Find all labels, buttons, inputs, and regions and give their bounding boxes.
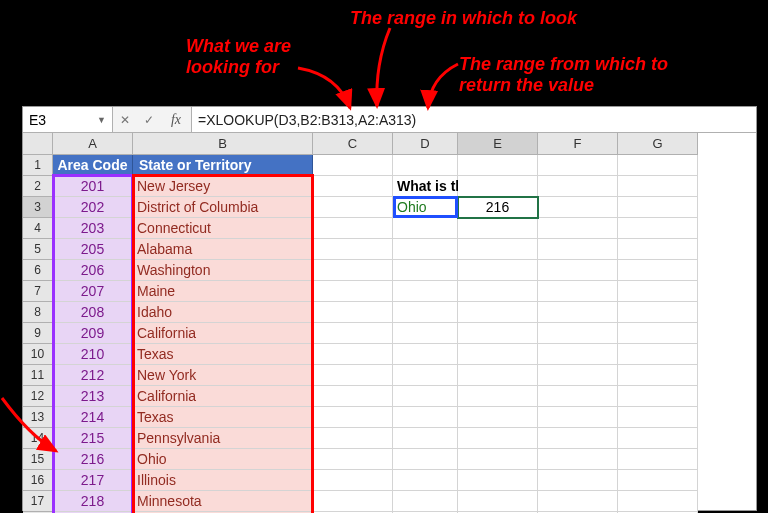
cell-F10[interactable]: [538, 344, 618, 365]
cell-B10[interactable]: Texas: [133, 344, 313, 365]
cell-G6[interactable]: [618, 260, 698, 281]
cell-D5[interactable]: [393, 239, 458, 260]
cell-G16[interactable]: [618, 470, 698, 491]
cell-E5[interactable]: [458, 239, 538, 260]
cell-A13[interactable]: 214: [53, 407, 133, 428]
cell-E13[interactable]: [458, 407, 538, 428]
cell-E17[interactable]: [458, 491, 538, 512]
cell-C17[interactable]: [313, 491, 393, 512]
cell-D10[interactable]: [393, 344, 458, 365]
cell-A3[interactable]: 202: [53, 197, 133, 218]
cell-A4[interactable]: 203: [53, 218, 133, 239]
cell-B16[interactable]: Illinois: [133, 470, 313, 491]
cell-F4[interactable]: [538, 218, 618, 239]
cell-D12[interactable]: [393, 386, 458, 407]
cell-B7[interactable]: Maine: [133, 281, 313, 302]
cell-B17[interactable]: Minnesota: [133, 491, 313, 512]
cell-C2[interactable]: [313, 176, 393, 197]
cell-F5[interactable]: [538, 239, 618, 260]
cell-A1[interactable]: Area Code: [53, 155, 133, 176]
cell-A7[interactable]: 207: [53, 281, 133, 302]
cell-C14[interactable]: [313, 428, 393, 449]
row-header[interactable]: 17: [23, 491, 53, 512]
cell-E8[interactable]: [458, 302, 538, 323]
cell-G14[interactable]: [618, 428, 698, 449]
cell-F9[interactable]: [538, 323, 618, 344]
cell-C8[interactable]: [313, 302, 393, 323]
cell-A10[interactable]: 210: [53, 344, 133, 365]
row-header[interactable]: 4: [23, 218, 53, 239]
cell-D4[interactable]: [393, 218, 458, 239]
cell-B3[interactable]: District of Columbia: [133, 197, 313, 218]
cell-D2[interactable]: What is the Area Code?: [393, 176, 458, 197]
cell-B15[interactable]: Ohio: [133, 449, 313, 470]
cell-G2[interactable]: [618, 176, 698, 197]
cell-C10[interactable]: [313, 344, 393, 365]
fx-icon[interactable]: fx: [161, 112, 191, 128]
cell-C11[interactable]: [313, 365, 393, 386]
cell-D17[interactable]: [393, 491, 458, 512]
cell-E12[interactable]: [458, 386, 538, 407]
cell-D13[interactable]: [393, 407, 458, 428]
cell-D14[interactable]: [393, 428, 458, 449]
cell-C16[interactable]: [313, 470, 393, 491]
col-header-F[interactable]: F: [538, 133, 618, 155]
cell-D7[interactable]: [393, 281, 458, 302]
col-header-C[interactable]: C: [313, 133, 393, 155]
cell-D8[interactable]: [393, 302, 458, 323]
cell-E15[interactable]: [458, 449, 538, 470]
cell-F13[interactable]: [538, 407, 618, 428]
cell-B14[interactable]: Pennsylvania: [133, 428, 313, 449]
cell-D3[interactable]: Ohio: [393, 197, 458, 218]
cell-C7[interactable]: [313, 281, 393, 302]
formula-input[interactable]: =XLOOKUP(D3,B2:B313,A2:A313): [192, 107, 756, 132]
cell-B1[interactable]: State or Territory: [133, 155, 313, 176]
cell-C15[interactable]: [313, 449, 393, 470]
cell-C12[interactable]: [313, 386, 393, 407]
cell-A8[interactable]: 208: [53, 302, 133, 323]
col-header-A[interactable]: A: [53, 133, 133, 155]
row-header[interactable]: 3: [23, 197, 53, 218]
cell-G17[interactable]: [618, 491, 698, 512]
cell-A6[interactable]: 206: [53, 260, 133, 281]
cell-G12[interactable]: [618, 386, 698, 407]
cell-G9[interactable]: [618, 323, 698, 344]
row-header[interactable]: 8: [23, 302, 53, 323]
row-header[interactable]: 5: [23, 239, 53, 260]
row-header[interactable]: 9: [23, 323, 53, 344]
chevron-down-icon[interactable]: ▼: [97, 115, 106, 125]
cell-G5[interactable]: [618, 239, 698, 260]
cell-F1[interactable]: [538, 155, 618, 176]
cell-E9[interactable]: [458, 323, 538, 344]
cell-B6[interactable]: Washington: [133, 260, 313, 281]
cell-F15[interactable]: [538, 449, 618, 470]
cell-A12[interactable]: 213: [53, 386, 133, 407]
row-header[interactable]: 14: [23, 428, 53, 449]
row-header[interactable]: 7: [23, 281, 53, 302]
cell-A5[interactable]: 205: [53, 239, 133, 260]
col-header-E[interactable]: E: [458, 133, 538, 155]
row-header[interactable]: 2: [23, 176, 53, 197]
cell-E7[interactable]: [458, 281, 538, 302]
cell-D6[interactable]: [393, 260, 458, 281]
cell-C5[interactable]: [313, 239, 393, 260]
cell-C1[interactable]: [313, 155, 393, 176]
cell-G1[interactable]: [618, 155, 698, 176]
cell-C13[interactable]: [313, 407, 393, 428]
cell-E1[interactable]: [458, 155, 538, 176]
cell-F12[interactable]: [538, 386, 618, 407]
cell-B4[interactable]: Connecticut: [133, 218, 313, 239]
cell-G10[interactable]: [618, 344, 698, 365]
row-header[interactable]: 12: [23, 386, 53, 407]
cell-D15[interactable]: [393, 449, 458, 470]
cell-B9[interactable]: California: [133, 323, 313, 344]
cell-G15[interactable]: [618, 449, 698, 470]
select-all-corner[interactable]: [23, 133, 53, 155]
cell-A11[interactable]: 212: [53, 365, 133, 386]
cell-C3[interactable]: [313, 197, 393, 218]
cell-B8[interactable]: Idaho: [133, 302, 313, 323]
row-header[interactable]: 13: [23, 407, 53, 428]
row-header[interactable]: 11: [23, 365, 53, 386]
cell-G11[interactable]: [618, 365, 698, 386]
cell-G8[interactable]: [618, 302, 698, 323]
